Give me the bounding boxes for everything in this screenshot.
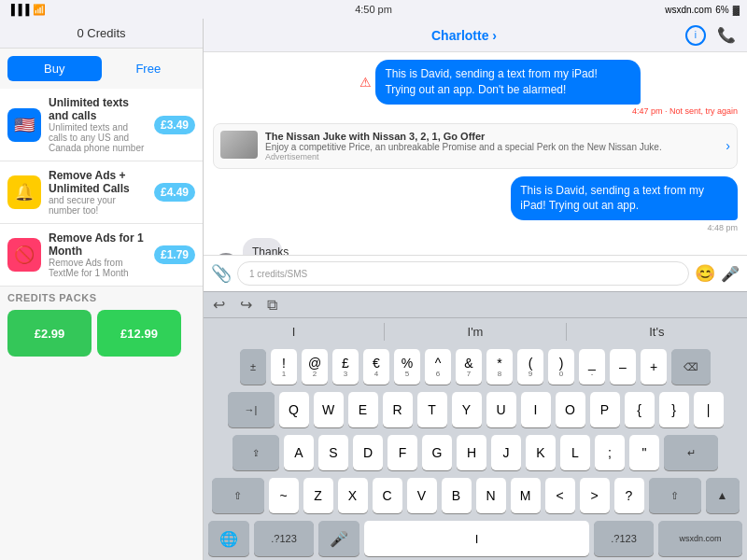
key-o[interactable]: O: [556, 392, 585, 427]
mic-keyboard-key[interactable]: 🎤: [318, 521, 359, 556]
num-key-left[interactable]: .?123: [254, 521, 314, 556]
key-gt[interactable]: >: [580, 478, 610, 513]
key-lparen[interactable]: (9: [517, 349, 543, 385]
key-m[interactable]: M: [511, 478, 541, 513]
chat-input-bar: 📎 1 credits/SMS 😊 🎤: [204, 255, 747, 291]
autocomplete-im[interactable]: I'm: [385, 323, 566, 341]
key-d[interactable]: D: [353, 435, 383, 470]
key-plusminus[interactable]: ±: [240, 349, 266, 385]
key-rparen[interactable]: )0: [548, 349, 574, 385]
key-p[interactable]: P: [590, 392, 620, 427]
left-shift-key[interactable]: ⇧: [212, 478, 264, 513]
key-b[interactable]: B: [442, 478, 472, 513]
emoji-icon[interactable]: 😊: [695, 263, 715, 284]
keyboard-row-special: ± !1 @2 £3 €4 %5 ^6 &7 *8 (9 )0 _- – + ⌫: [204, 345, 747, 388]
key-amp[interactable]: &7: [456, 349, 482, 385]
key-plus[interactable]: +: [641, 349, 667, 385]
key-quote[interactable]: ": [629, 435, 659, 470]
credits-grid: £2.99 £12.99: [0, 306, 203, 360]
mic-icon[interactable]: 🎤: [721, 265, 740, 283]
plan-icon-ads: 🔔: [7, 175, 41, 209]
plan-desc-1: Unlimited texts and calls to any US and …: [49, 122, 147, 153]
wsxdn-key[interactable]: wsxdn.com: [658, 521, 742, 556]
key-n[interactable]: N: [476, 478, 506, 513]
plan-desc-2: and secure your number too!: [49, 195, 147, 216]
right-shift-key[interactable]: ⇧: [649, 478, 701, 513]
status-right: wsxdn.com 6% ▓: [665, 5, 740, 15]
attachment-icon[interactable]: 📎: [211, 263, 232, 284]
ad-label: Advertisement: [265, 152, 718, 161]
key-e[interactable]: E: [348, 392, 378, 427]
key-caret[interactable]: ^6: [425, 349, 451, 385]
key-endash[interactable]: –: [610, 349, 636, 385]
plan-remove-ads-month[interactable]: 🚫 Remove Ads for 1 Month Remove Ads from…: [0, 224, 203, 287]
key-i[interactable]: I: [521, 392, 551, 427]
key-h[interactable]: H: [457, 435, 486, 470]
bubble-1: This is David, sending a text from my iP…: [375, 60, 640, 105]
msg-time-2: 4:48 pm: [707, 223, 738, 232]
key-pound[interactable]: £3: [332, 349, 359, 385]
plan-remove-ads-calls[interactable]: 🔔 Remove Ads + Unlimited Calls and secur…: [0, 161, 203, 224]
plan-unlimited-texts[interactable]: 🇺🇸 Unlimited texts and calls Unlimited t…: [0, 89, 203, 161]
return-key[interactable]: ↵: [664, 435, 718, 470]
copy-icon[interactable]: ⧉: [267, 297, 277, 314]
key-t[interactable]: T: [417, 392, 447, 427]
globe-key[interactable]: 🌐: [208, 521, 249, 556]
message-input[interactable]: 1 credits/SMS: [237, 261, 689, 286]
chat-header: Charlotte › i 📞: [204, 19, 747, 52]
key-a[interactable]: A: [284, 435, 314, 470]
ad-chevron-icon[interactable]: ›: [726, 138, 730, 153]
key-j[interactable]: J: [491, 435, 521, 470]
key-tab[interactable]: →|: [228, 392, 275, 427]
status-left: ▐▐▐ 📶: [7, 4, 46, 16]
key-y[interactable]: Y: [452, 392, 482, 427]
key-euro[interactable]: €4: [363, 349, 389, 385]
key-pct[interactable]: %5: [394, 349, 420, 385]
key-underscore[interactable]: _-: [579, 349, 605, 385]
key-star[interactable]: *8: [486, 349, 513, 385]
autocomplete-its[interactable]: It's: [567, 323, 747, 341]
key-s[interactable]: S: [318, 435, 348, 470]
key-lt[interactable]: <: [545, 478, 575, 513]
buy-tab[interactable]: Buy: [7, 56, 102, 81]
key-pipe[interactable]: |: [694, 392, 724, 427]
key-f[interactable]: F: [388, 435, 417, 470]
redo-icon[interactable]: ↪: [240, 296, 252, 314]
contact-info-icon[interactable]: i: [685, 25, 706, 46]
space-key[interactable]: I: [364, 521, 589, 556]
key-g[interactable]: G: [422, 435, 452, 470]
undo-icon[interactable]: ↩: [213, 296, 225, 314]
autocomplete-i[interactable]: I: [204, 323, 385, 341]
key-tilde[interactable]: ~: [269, 478, 299, 513]
buy-free-tabs: Buy Free: [7, 56, 195, 81]
key-c[interactable]: C: [373, 478, 402, 513]
wifi-icon: 📶: [33, 4, 46, 16]
battery-label: 6%: [715, 5, 728, 15]
key-rbrace[interactable]: }: [659, 392, 689, 427]
key-q[interactable]: Q: [279, 392, 309, 427]
key-k[interactable]: K: [526, 435, 556, 470]
chat-title: Charlotte ›: [431, 28, 497, 43]
ad-card[interactable]: The Nissan Juke with Nissan 3, 2, 1, Go …: [213, 123, 738, 169]
call-icon[interactable]: 📞: [717, 26, 736, 44]
key-semi[interactable]: ;: [595, 435, 625, 470]
credit-card-2[interactable]: £12.99: [97, 310, 181, 357]
key-v[interactable]: V: [407, 478, 437, 513]
key-lbrace[interactable]: {: [625, 392, 655, 427]
key-w[interactable]: W: [314, 392, 344, 427]
key-capslock[interactable]: ⇪: [233, 435, 279, 470]
num-key-right[interactable]: .?123: [594, 521, 654, 556]
key-question[interactable]: ?: [614, 478, 644, 513]
plan-title-1: Unlimited texts and calls: [49, 96, 147, 122]
free-tab[interactable]: Free: [102, 56, 196, 81]
key-u[interactable]: U: [486, 392, 516, 427]
key-at[interactable]: @2: [302, 349, 328, 385]
key-z[interactable]: Z: [303, 478, 333, 513]
arrow-up-key[interactable]: ▲: [706, 478, 740, 513]
key-r[interactable]: R: [383, 392, 413, 427]
key-excl[interactable]: !1: [271, 349, 297, 385]
credit-card-1[interactable]: £2.99: [7, 310, 92, 357]
key-x[interactable]: X: [338, 478, 368, 513]
delete-key[interactable]: ⌫: [671, 349, 711, 385]
key-l[interactable]: L: [560, 435, 590, 470]
